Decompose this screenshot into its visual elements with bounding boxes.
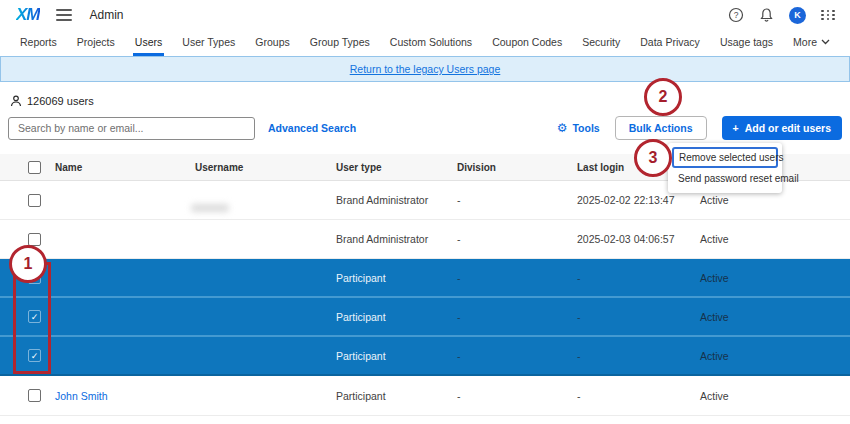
- row-checkbox[interactable]: [28, 194, 41, 207]
- help-icon[interactable]: ?: [728, 7, 744, 23]
- row-checkbox[interactable]: [28, 389, 41, 402]
- gear-icon: ⚙: [557, 121, 568, 135]
- table-row-selected[interactable]: ✓ Participant - - Active ···: [0, 337, 850, 376]
- tab-security[interactable]: Security: [580, 30, 622, 56]
- users-table: Name Username User type Division Last lo…: [0, 154, 850, 416]
- row-actions-ellipsis-icon[interactable]: ···: [820, 390, 850, 402]
- col-header-username: Username: [195, 162, 336, 173]
- user-type-cell: Participant: [336, 390, 457, 402]
- hamburger-menu-icon[interactable]: [56, 6, 72, 24]
- last-login-cell: -: [577, 350, 700, 362]
- menu-item-send-password-reset[interactable]: Send password reset email: [672, 168, 778, 189]
- status-cell: Active: [700, 272, 820, 284]
- col-header-name: Name: [55, 162, 195, 173]
- last-login-cell: -: [577, 311, 700, 323]
- plus-icon: +: [733, 122, 739, 134]
- status-cell: Active: [700, 233, 820, 245]
- user-type-cell: Brand Administrator: [336, 194, 457, 206]
- search-input[interactable]: [8, 117, 255, 140]
- user-avatar[interactable]: K: [789, 7, 806, 24]
- table-row[interactable]: Brand Administrator - 2025-02-03 04:06:5…: [0, 220, 850, 259]
- col-header-division: Division: [457, 162, 577, 173]
- user-type-cell: Participant: [336, 311, 457, 323]
- row-actions-ellipsis-icon[interactable]: ···: [820, 233, 850, 245]
- last-login-cell: 2025-02-02 22:13:47: [577, 194, 700, 206]
- tab-projects[interactable]: Projects: [75, 30, 117, 56]
- app-title: Admin: [90, 8, 124, 22]
- column-settings-chevron-icon[interactable]: [820, 164, 850, 170]
- user-type-cell: Participant: [336, 350, 457, 362]
- annotation-step-2: 2: [644, 78, 682, 116]
- notifications-bell-icon[interactable]: [759, 7, 774, 23]
- status-cell: Active: [700, 194, 820, 206]
- bulk-actions-menu: Remove selected users Send password rese…: [668, 143, 782, 193]
- row-actions-ellipsis-icon[interactable]: ···: [820, 272, 850, 284]
- division-cell: -: [457, 233, 577, 245]
- svg-text:?: ?: [734, 10, 739, 20]
- redacted-username: [191, 204, 229, 212]
- annotation-step-1: 1: [9, 245, 47, 283]
- app-switcher-grid-icon[interactable]: [821, 10, 836, 21]
- tab-more[interactable]: More: [791, 30, 832, 56]
- users-summary: 126069 users: [10, 95, 850, 107]
- row-checkbox-checked[interactable]: ✓: [28, 349, 41, 362]
- division-cell: -: [457, 272, 577, 284]
- col-header-user-type: User type: [336, 162, 457, 173]
- user-name-link[interactable]: John Smith: [55, 390, 195, 402]
- xm-logo: XM: [16, 5, 40, 25]
- division-cell: -: [457, 350, 577, 362]
- add-or-edit-users-button[interactable]: + Add or edit users: [722, 116, 843, 140]
- users-toolbar: Advanced Search ⚙ Tools Bulk Actions + A…: [0, 116, 850, 140]
- tab-groups[interactable]: Groups: [253, 30, 291, 56]
- last-login-cell: 2025-02-03 04:06:57: [577, 233, 700, 245]
- tab-group-types[interactable]: Group Types: [308, 30, 372, 56]
- person-icon: [10, 95, 22, 107]
- tools-button[interactable]: ⚙ Tools: [557, 121, 600, 135]
- division-cell: -: [457, 194, 577, 206]
- top-bar: XM Admin ? K: [0, 0, 850, 30]
- row-actions-ellipsis-icon[interactable]: ···: [820, 311, 850, 323]
- users-count-label: 126069 users: [27, 95, 94, 107]
- row-actions-ellipsis-icon[interactable]: ···: [820, 350, 850, 362]
- advanced-search-link[interactable]: Advanced Search: [268, 122, 356, 134]
- menu-item-remove-selected-users[interactable]: Remove selected users: [672, 147, 778, 168]
- last-login-cell: -: [577, 390, 700, 402]
- status-cell: Active: [700, 350, 820, 362]
- last-login-cell: -: [577, 272, 700, 284]
- tab-user-types[interactable]: User Types: [180, 30, 237, 56]
- admin-nav-tabs: Reports Projects Users User Types Groups…: [0, 30, 850, 56]
- tab-coupon-codes[interactable]: Coupon Codes: [490, 30, 564, 56]
- legacy-users-link[interactable]: Return to the legacy Users page: [350, 63, 501, 75]
- division-cell: -: [457, 390, 577, 402]
- table-row-selected[interactable]: ✓ Participant - - Active ···: [0, 259, 850, 298]
- status-cell: Active: [700, 390, 820, 402]
- legacy-banner: Return to the legacy Users page: [0, 56, 850, 82]
- bulk-actions-button[interactable]: Bulk Actions: [615, 116, 707, 140]
- tab-users[interactable]: Users: [133, 30, 164, 56]
- select-all-checkbox[interactable]: [28, 161, 41, 174]
- user-type-cell: Brand Administrator: [336, 233, 457, 245]
- division-cell: -: [457, 311, 577, 323]
- row-checkbox[interactable]: [28, 233, 41, 246]
- user-type-cell: Participant: [336, 272, 457, 284]
- annotation-step-3: 3: [634, 139, 672, 177]
- table-row-selected[interactable]: ✓ Participant - - Active ···: [0, 298, 850, 337]
- tab-usage-tags[interactable]: Usage tags: [718, 30, 775, 56]
- chevron-down-icon: [821, 39, 830, 45]
- tab-reports[interactable]: Reports: [18, 30, 59, 56]
- row-checkbox-checked[interactable]: ✓: [28, 310, 41, 323]
- table-row[interactable]: John Smith Participant - - Active ···: [0, 376, 850, 416]
- tab-data-privacy[interactable]: Data Privacy: [638, 30, 702, 56]
- status-cell: Active: [700, 311, 820, 323]
- row-actions-ellipsis-icon[interactable]: ···: [820, 194, 850, 206]
- tab-custom-solutions[interactable]: Custom Solutions: [388, 30, 474, 56]
